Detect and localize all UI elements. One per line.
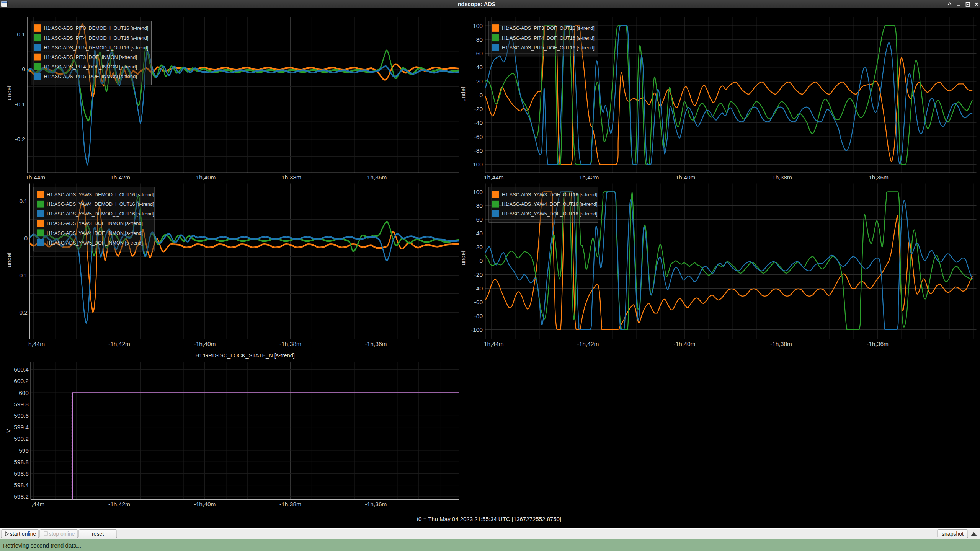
svg-text:-80: -80 — [474, 147, 483, 154]
svg-text:598.8: 598.8 — [14, 459, 29, 465]
svg-text:20: 20 — [476, 78, 483, 85]
svg-text:-1h,42m: -1h,42m — [108, 501, 130, 507]
svg-text:0: 0 — [479, 92, 483, 98]
svg-text:H1:ASC-ADS_PIT4_DOF_INMON [s-t: H1:ASC-ADS_PIT4_DOF_INMON [s-trend] — [44, 64, 137, 70]
svg-text:60: 60 — [476, 216, 483, 223]
svg-text:1h,44m: 1h,44m — [484, 174, 504, 181]
svg-text:-1h,42m: -1h,42m — [108, 341, 130, 347]
svg-text:-1h,36m: -1h,36m — [867, 341, 889, 347]
svg-text:H1:ASC-ADS_YAW5_DEMOD_I_OUT16: H1:ASC-ADS_YAW5_DEMOD_I_OUT16 [s-trend] — [47, 211, 154, 217]
svg-text:0.1: 0.1 — [19, 198, 28, 204]
svg-text:H1:ASC-ADS_YAW3_DEMOD_I_OUT16: H1:ASC-ADS_YAW3_DEMOD_I_OUT16 [s-trend] — [47, 192, 154, 197]
svg-text:60: 60 — [476, 50, 483, 57]
svg-text:,44m: ,44m — [31, 501, 44, 507]
svg-text:600.2: 600.2 — [14, 378, 29, 384]
svg-text:H1:ASC-ADS_PIT4_DEMOD_I_OUT16: H1:ASC-ADS_PIT4_DEMOD_I_OUT16 [s-trend] — [44, 36, 149, 41]
svg-text:H1:ASC-ADS_PIT5_DEMOD_I_OUT16: H1:ASC-ADS_PIT5_DEMOD_I_OUT16 [s-trend] — [44, 45, 149, 51]
svg-text:-80: -80 — [474, 313, 483, 319]
svg-text:-1h,36m: -1h,36m — [365, 501, 387, 507]
svg-text:-1h,36m: -1h,36m — [867, 174, 889, 181]
svg-text:undef: undef — [6, 85, 12, 100]
svg-text:-1h,38m: -1h,38m — [770, 174, 792, 181]
svg-text:t0 = Thu May 04 2023 21:55:34: t0 = Thu May 04 2023 21:55:34 UTC [13672… — [417, 516, 561, 522]
svg-text:80: 80 — [476, 36, 483, 43]
svg-text:H1:ASC-ADS_YAW4_DOF_INMON [s-t: H1:ASC-ADS_YAW4_DOF_INMON [s-trend] — [47, 231, 143, 236]
svg-text:598.4: 598.4 — [14, 482, 29, 488]
svg-text:598.2: 598.2 — [14, 493, 29, 500]
svg-text:H1:GRD-ISC_LOCK_STATE_N [s-tre: H1:GRD-ISC_LOCK_STATE_N [s-trend] — [195, 352, 295, 359]
svg-text:ndscope: ADS: ndscope: ADS — [458, 1, 496, 7]
svg-text:H1:ASC-ADS_PIT3_DOF_OUT16 [s-t: H1:ASC-ADS_PIT3_DOF_OUT16 [s-trend] — [502, 26, 595, 31]
svg-text:-40: -40 — [474, 285, 483, 292]
svg-text:reset: reset — [92, 531, 104, 537]
svg-text:H1:ASC-ADS_YAW4_DEMOD_I_OUT16: H1:ASC-ADS_YAW4_DEMOD_I_OUT16 [s-trend] — [47, 202, 154, 207]
svg-text:-1h,38m: -1h,38m — [279, 341, 301, 347]
svg-text:599: 599 — [19, 447, 29, 454]
svg-text:H1:ASC-ADS_YAW4_DOF_OUT16 [s-t: H1:ASC-ADS_YAW4_DOF_OUT16 [s-trend] — [502, 202, 598, 207]
svg-text:H1:ASC-ADS_YAW3_DOF_OUT16 [s-t: H1:ASC-ADS_YAW3_DOF_OUT16 [s-trend] — [502, 192, 598, 197]
svg-text:-1h,36m: -1h,36m — [365, 174, 387, 181]
svg-text:40: 40 — [476, 64, 483, 70]
svg-text:1h,44m: 1h,44m — [484, 341, 504, 347]
svg-text:-0.2: -0.2 — [17, 309, 28, 316]
svg-text:-0.1: -0.1 — [15, 101, 25, 108]
svg-text:80: 80 — [476, 202, 483, 209]
svg-text:-1h,40m: -1h,40m — [194, 174, 216, 181]
svg-text:599.4: 599.4 — [14, 424, 29, 430]
svg-text:0: 0 — [22, 66, 25, 72]
svg-text:-1h,40m: -1h,40m — [194, 501, 216, 507]
svg-text:stop online: stop online — [49, 531, 75, 537]
svg-text:-1h,42m: -1h,42m — [108, 174, 130, 181]
svg-text:0: 0 — [479, 258, 483, 264]
svg-text:-1h,40m: -1h,40m — [194, 341, 216, 347]
svg-text:snapshot: snapshot — [942, 531, 964, 537]
svg-text:start online: start online — [10, 531, 36, 537]
svg-text:599.6: 599.6 — [14, 412, 29, 419]
svg-text:H1:ASC-ADS_PIT3_DEMOD_I_OUT16: H1:ASC-ADS_PIT3_DEMOD_I_OUT16 [s-trend] — [44, 26, 149, 31]
svg-text:-1h,42m: -1h,42m — [577, 174, 599, 181]
svg-text:-1h,42m: -1h,42m — [577, 341, 599, 347]
svg-text:H1:ASC-ADS_YAW5_DOF_OUT16 [s-t: H1:ASC-ADS_YAW5_DOF_OUT16 [s-trend] — [502, 211, 598, 217]
svg-text:-100: -100 — [471, 161, 483, 168]
svg-text:1h,44m: 1h,44m — [26, 174, 46, 181]
svg-text:H1:ASC-ADS_PIT3_DOF_INMON [s-t: H1:ASC-ADS_PIT3_DOF_INMON [s-trend] — [44, 55, 137, 60]
svg-text:-20: -20 — [474, 106, 483, 112]
svg-text:H1:ASC-ADS_PIT4_DOF_OUT16 [s-t: H1:ASC-ADS_PIT4_DOF_OUT16 [s-trend] — [502, 36, 595, 41]
svg-text:-1h,36m: -1h,36m — [365, 341, 387, 347]
svg-text:-1h,38m: -1h,38m — [770, 341, 792, 347]
svg-text:-1h,40m: -1h,40m — [674, 174, 696, 181]
svg-text:599.2: 599.2 — [14, 435, 29, 442]
svg-text:100: 100 — [473, 189, 483, 195]
svg-text:-20: -20 — [474, 271, 483, 278]
svg-text:598.6: 598.6 — [14, 470, 29, 477]
svg-text:H1:ASC-ADS_YAW3_DOF_INMON [s-t: H1:ASC-ADS_YAW3_DOF_INMON [s-trend] — [47, 221, 143, 226]
svg-text:-0.1: -0.1 — [17, 272, 28, 279]
svg-text:H1:ASC-ADS_PIT5_DOF_OUT16 [s-t: H1:ASC-ADS_PIT5_DOF_OUT16 [s-trend] — [502, 45, 595, 51]
svg-text:20: 20 — [476, 244, 483, 250]
svg-text:599.8: 599.8 — [14, 401, 29, 408]
svg-text:h,44m: h,44m — [28, 341, 45, 347]
svg-text:-60: -60 — [474, 134, 483, 140]
svg-text:undef: undef — [460, 86, 466, 101]
svg-text:0: 0 — [24, 235, 28, 241]
svg-text:H1:ASC-ADS_YAW5_DOF_INMON [s-t: H1:ASC-ADS_YAW5_DOF_INMON [s-trend] — [47, 240, 143, 246]
svg-text:-1h,38m: -1h,38m — [279, 174, 301, 181]
svg-text:undef: undef — [6, 252, 12, 267]
svg-text:Retrieving second trend data..: Retrieving second trend data... — [3, 542, 81, 549]
svg-text:0.1: 0.1 — [17, 31, 25, 37]
svg-text:-1h,40m: -1h,40m — [674, 341, 696, 347]
svg-text:-0.2: -0.2 — [15, 136, 25, 142]
svg-text:-1h,38m: -1h,38m — [279, 501, 301, 507]
svg-text:H1:ASC-ADS_PIT5_DOF_INMON [s-t: H1:ASC-ADS_PIT5_DOF_INMON [s-trend] — [44, 74, 137, 79]
svg-text:-100: -100 — [471, 326, 483, 333]
svg-text:600.4: 600.4 — [14, 366, 29, 373]
svg-text:600: 600 — [19, 390, 29, 396]
svg-text:100: 100 — [473, 23, 483, 29]
svg-text:undef: undef — [460, 250, 466, 265]
svg-text:-60: -60 — [474, 299, 483, 305]
svg-text:40: 40 — [476, 230, 483, 236]
svg-text:-40: -40 — [474, 119, 483, 126]
svg-text:V: V — [5, 429, 11, 433]
